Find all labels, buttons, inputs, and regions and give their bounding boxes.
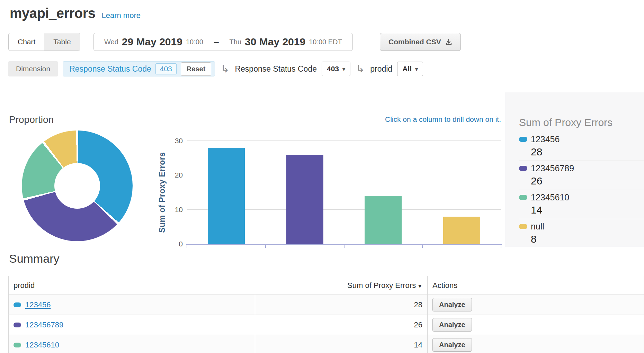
legend-title: Sum of Proxy Errors bbox=[519, 117, 644, 128]
proportion-chart-card bbox=[8, 127, 146, 244]
dropdown-value: All bbox=[402, 65, 412, 73]
column-header-proxy-errors[interactable]: Sum of Proxy Errors▼ bbox=[255, 276, 428, 295]
legend-color-swatch bbox=[519, 137, 527, 142]
chevron-down-icon: ▾ bbox=[342, 66, 345, 72]
drilldown-arrow-icon: ↳ bbox=[221, 64, 229, 74]
table-header-row: prodid Sum of Proxy Errors▼ Actions bbox=[9, 276, 644, 295]
response-status-code-dropdown[interactable]: 403 ▾ bbox=[322, 62, 350, 76]
start-day: Wed bbox=[104, 38, 118, 46]
chevron-down-icon: ▾ bbox=[415, 66, 418, 72]
legend-color-swatch bbox=[519, 195, 527, 200]
page-header: myapi_errors Learn more bbox=[10, 6, 141, 21]
proxy-errors-value: 28 bbox=[255, 295, 428, 315]
donut-hole bbox=[54, 163, 100, 209]
csv-button-label: Combined CSV bbox=[388, 38, 441, 46]
legend-item: 123456 28 bbox=[519, 132, 644, 161]
proportion-donut-chart[interactable] bbox=[22, 130, 133, 241]
y-tick-label: 20 bbox=[167, 171, 183, 179]
series-color-swatch bbox=[14, 323, 21, 327]
analyze-button[interactable]: Analyze bbox=[432, 298, 472, 311]
table-toggle-button[interactable]: Table bbox=[44, 33, 80, 51]
bar-12345610[interactable] bbox=[365, 196, 402, 244]
legend-name: 123456789 bbox=[531, 163, 574, 173]
drilldown-arrow-icon: ↳ bbox=[356, 64, 365, 74]
table-row: 123456 28 Analyze bbox=[9, 295, 644, 315]
y-tick-label: 0 bbox=[167, 240, 183, 248]
bar-123456789[interactable] bbox=[286, 155, 323, 244]
active-filter-name: Response Status Code bbox=[69, 64, 151, 74]
summary-title: Summary bbox=[9, 252, 59, 265]
summary-table: prodid Sum of Proxy Errors▼ Actions 1234… bbox=[8, 276, 644, 353]
y-tick-label: 30 bbox=[167, 137, 183, 145]
combined-csv-button[interactable]: Combined CSV bbox=[380, 33, 461, 51]
legend-name: 12345610 bbox=[531, 192, 569, 202]
series-color-swatch bbox=[14, 343, 21, 347]
date-range-separator: – bbox=[214, 36, 219, 47]
prodid-dropdown-label: prodid bbox=[370, 64, 392, 74]
chart-toggle-button[interactable]: Chart bbox=[9, 33, 44, 51]
y-tick-label: 10 bbox=[167, 206, 183, 214]
column-header-actions: Actions bbox=[428, 276, 644, 295]
status-dropdown-label: Response Status Code bbox=[235, 64, 317, 74]
x-axis bbox=[186, 244, 502, 245]
x-tick bbox=[422, 245, 423, 248]
gridline bbox=[187, 141, 501, 141]
start-date: 29 May 2019 bbox=[122, 36, 182, 48]
page-title: myapi_errors bbox=[10, 6, 95, 21]
prodid-link[interactable]: 123456789 bbox=[25, 320, 63, 329]
y-axis-label: Sum of Proxy Errors bbox=[158, 152, 167, 233]
prodid-link[interactable]: 123456 bbox=[25, 300, 51, 309]
x-tick bbox=[265, 245, 266, 248]
legend-value: 8 bbox=[531, 233, 644, 245]
dimension-label: Dimension bbox=[8, 61, 58, 76]
download-icon bbox=[445, 38, 452, 45]
prodid-dropdown[interactable]: All ▾ bbox=[397, 62, 423, 76]
date-range-picker[interactable]: Wed 29 May 2019 10:00 – Thu 30 May 2019 … bbox=[93, 33, 353, 51]
legend-items: 123456 28 123456789 26 12345610 14 null … bbox=[519, 132, 644, 248]
proportion-title: Proportion bbox=[9, 114, 54, 125]
x-tick bbox=[187, 245, 187, 248]
series-color-swatch bbox=[14, 302, 21, 307]
filter-row: Dimension Response Status Code 403 Reset… bbox=[8, 61, 423, 77]
analyze-button[interactable]: Analyze bbox=[432, 338, 472, 352]
table-row: 12345610 14 Analyze bbox=[9, 335, 644, 353]
end-time: 10:00 EDT bbox=[309, 38, 342, 46]
active-filter-value: 403 bbox=[155, 63, 177, 74]
sort-desc-icon: ▼ bbox=[417, 283, 422, 289]
legend-value: 14 bbox=[531, 204, 644, 216]
legend-color-swatch bbox=[519, 224, 527, 229]
bar-chart-plot: 0102030 bbox=[187, 141, 501, 244]
learn-more-link[interactable]: Learn more bbox=[101, 11, 141, 20]
drilldown-hint: Click on a column to drill down on it. bbox=[385, 115, 501, 124]
dashboard-page: myapi_errors Learn more Chart Table Wed … bbox=[0, 0, 644, 353]
bar-123456[interactable] bbox=[208, 148, 245, 244]
prodid-link[interactable]: 12345610 bbox=[25, 341, 59, 349]
x-tick bbox=[501, 245, 501, 248]
legend-item: 123456789 26 bbox=[519, 161, 644, 190]
chart-table-toggle: Chart Table bbox=[8, 33, 80, 51]
end-date: 30 May 2019 bbox=[245, 36, 305, 48]
legend-name: 123456 bbox=[531, 134, 560, 144]
legend-value: 28 bbox=[531, 146, 644, 158]
start-time: 10:00 bbox=[186, 38, 203, 46]
table-row: 123456789 26 Analyze bbox=[9, 315, 644, 335]
legend-item: 12345610 14 bbox=[519, 190, 644, 219]
active-filter-chip: Response Status Code 403 Reset bbox=[63, 61, 215, 76]
x-tick bbox=[344, 245, 345, 248]
bar-null[interactable] bbox=[443, 217, 480, 244]
proxy-errors-value: 14 bbox=[255, 335, 428, 353]
reset-button[interactable]: Reset bbox=[181, 62, 211, 76]
chart-legend: Sum of Proxy Errors 123456 28 123456789 … bbox=[505, 92, 644, 247]
legend-name: null bbox=[531, 221, 544, 231]
end-day: Thu bbox=[230, 38, 241, 46]
dropdown-value: 403 bbox=[327, 65, 339, 73]
proxy-errors-value: 26 bbox=[255, 315, 428, 335]
column-header-prodid[interactable]: prodid bbox=[9, 276, 255, 295]
legend-item: null 8 bbox=[519, 219, 644, 248]
legend-color-swatch bbox=[519, 166, 527, 171]
legend-value: 26 bbox=[531, 175, 644, 187]
analyze-button[interactable]: Analyze bbox=[432, 318, 472, 332]
